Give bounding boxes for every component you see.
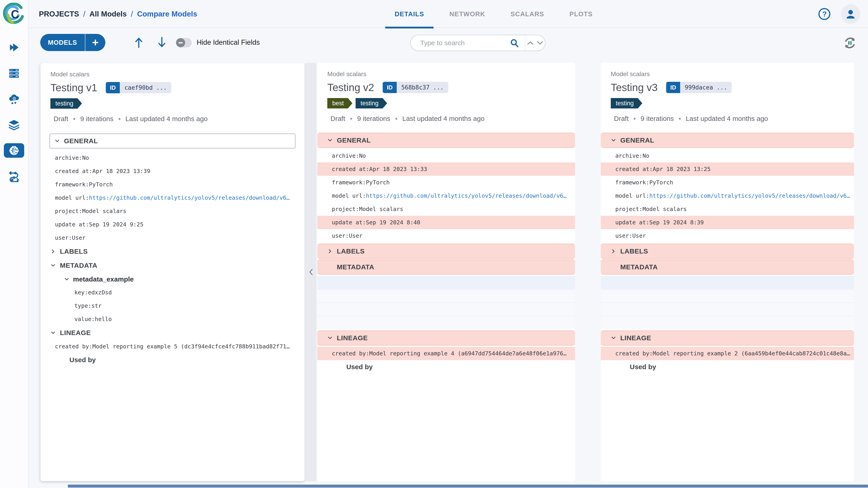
model-id-badge[interactable]: ID568b8c37 ...	[383, 82, 448, 93]
column-title-row: Testing v2ID568b8c37 ...	[327, 81, 575, 94]
field-row-type: type : str	[40, 299, 305, 313]
search-input[interactable]	[411, 35, 507, 51]
metadata-placeholder-row	[601, 302, 854, 316]
section-header-labels[interactable]: LABELS	[601, 244, 854, 258]
field-value: Model reporting example 5 (dc3f94e4cfce4…	[92, 343, 290, 350]
section-header-metadata[interactable]: METADATA	[601, 260, 854, 274]
cloud-gear-icon: ⚙	[8, 93, 20, 105]
field-row-created-by: created by : Model reporting example 4 (…	[317, 347, 575, 360]
model-column-testing-v1: Model scalarsTesting v1IDcaef90bd ...tes…	[40, 63, 305, 481]
field-value: str	[91, 302, 101, 309]
field-key: update at	[332, 219, 362, 226]
view-tabs: DETAILS NETWORK SCALARS PLOTS	[388, 0, 612, 28]
breadcrumb-separator: /	[131, 9, 133, 19]
section-header-general[interactable]: GENERAL	[50, 133, 296, 149]
sidebar-item-models[interactable]	[4, 143, 24, 158]
tag-testing: testing	[611, 98, 643, 108]
field-row-key: key : edxzDsd	[40, 286, 305, 299]
status-separator-dot	[633, 118, 636, 120]
column-project-label: Model scalars	[327, 70, 575, 78]
sidebar-item-servers[interactable]	[4, 66, 24, 80]
move-down-button[interactable]	[155, 36, 168, 49]
comet-logo[interactable]: C	[3, 3, 25, 25]
search-icon[interactable]	[510, 38, 519, 48]
id-badge-value: caef90bd ...	[120, 82, 171, 93]
section-header-labels[interactable]: LABELS	[40, 245, 305, 258]
user-avatar[interactable]	[841, 4, 860, 24]
chevron-down-icon	[537, 41, 544, 45]
field-value-link[interactable]: https://github.com/ultralytics/yolov5/re…	[366, 193, 567, 199]
field-row-user: user : User	[317, 229, 575, 242]
section-header-general[interactable]: GENERAL	[317, 133, 575, 147]
auto-refresh-pause-button[interactable]	[843, 36, 857, 50]
id-badge-label: ID	[383, 82, 397, 93]
field-value: Model scalars	[643, 206, 687, 213]
model-id-badge[interactable]: IDcaef90bd ...	[106, 82, 171, 93]
column-title-row: Testing v3ID999dacea ...	[611, 81, 854, 94]
field-row-created-by: created by : Model reporting example 2 (…	[601, 347, 854, 360]
id-badge-value: 568b8c37 ...	[397, 82, 448, 93]
field-key: archive	[615, 153, 639, 159]
model-tags: testing	[611, 98, 854, 108]
section-header-metadata[interactable]: METADATA	[40, 258, 305, 272]
field-row-project: project : Model scalars	[317, 202, 575, 216]
status-text: 9 iterations	[641, 115, 674, 123]
field-row-archive: archive : No	[601, 149, 854, 162]
search-prev-button[interactable]	[525, 35, 535, 51]
field-key: project	[332, 206, 355, 213]
section-header-lineage[interactable]: LINEAGE	[601, 331, 854, 345]
model-column-testing-v3: Model scalarsTesting v3ID999dacea ...tes…	[601, 63, 854, 481]
search-next-button[interactable]	[535, 35, 545, 51]
models-button-label: MODELS	[40, 39, 85, 46]
metadata-group-header[interactable]: metadata_example	[40, 272, 305, 286]
field-value: PyTorch	[649, 179, 673, 186]
horizontal-scrollbar[interactable]	[68, 485, 868, 488]
field-key: type	[74, 302, 88, 309]
field-value-link[interactable]: https://github.com/ultralytics/yolov5/re…	[649, 193, 850, 199]
move-up-button[interactable]	[132, 36, 146, 49]
field-row-update-at: update at : Sep 19 2024 8:40	[317, 216, 575, 229]
field-key: user	[332, 232, 345, 239]
field-value-link[interactable]: https://github.com/ultralytics/yolov5/re…	[89, 195, 290, 201]
field-key: created by	[615, 350, 649, 357]
compare-toolbar: MODELS + Hide Identical Fields	[29, 29, 868, 63]
chevron-down-icon	[611, 138, 616, 143]
models-split-button[interactable]: MODELS +	[40, 34, 105, 51]
tab-network[interactable]: NETWORK	[443, 0, 491, 28]
status-separator-dot	[395, 118, 397, 120]
sidebar-item-getting-started[interactable]	[4, 40, 24, 55]
add-model-button[interactable]: +	[86, 35, 105, 51]
used-by-label: Used by	[601, 360, 854, 373]
sidebar-item-pipelines[interactable]	[4, 169, 24, 184]
sidebar-item-datasets[interactable]	[4, 118, 24, 132]
metadata-placeholder-row	[317, 289, 575, 302]
section-header-metadata[interactable]: METADATA	[317, 260, 575, 274]
tab-plots[interactable]: PLOTS	[563, 0, 599, 28]
top-bar: PROJECTS / All Models / Compare Models D…	[29, 0, 868, 28]
field-row-update-at: update at : Sep 19 2024 8:39	[601, 216, 854, 229]
help-icon[interactable]: ?	[818, 7, 831, 21]
sidebar-item-cloud-compute[interactable]: ⚙	[4, 92, 24, 106]
breadcrumb-projects[interactable]: PROJECTS	[39, 10, 79, 18]
field-key: model url	[615, 193, 646, 199]
tab-scalars[interactable]: SCALARS	[504, 0, 551, 28]
tab-details[interactable]: DETAILS	[388, 0, 430, 28]
topbar-actions: ?	[818, 0, 860, 28]
section-header-lineage[interactable]: LINEAGE	[40, 326, 305, 340]
section-header-lineage[interactable]: LINEAGE	[317, 331, 575, 345]
field-value: Model reporting example 2 (6aa459b4ef0e4…	[653, 350, 850, 357]
section-header-general[interactable]: GENERAL	[601, 133, 854, 147]
field-row-framework: framework : PyTorch	[317, 176, 575, 189]
breadcrumb-all-models[interactable]: All Models	[90, 10, 127, 18]
section-title: LINEAGE	[337, 334, 368, 342]
chevron-right-icon	[611, 249, 616, 254]
model-sections: GENERALarchive : Nocreated at : Apr 18 2…	[40, 133, 305, 366]
field-key: archive	[332, 153, 355, 159]
search-bar	[410, 35, 546, 51]
field-value: Sep 19 2024 8:40	[366, 219, 421, 226]
hide-identical-toggle[interactable]	[176, 38, 192, 47]
section-header-labels[interactable]: LABELS	[317, 244, 575, 258]
field-value: Apr 18 2023 13:25	[653, 166, 711, 172]
collapse-column-handle[interactable]	[306, 63, 316, 481]
model-id-badge[interactable]: ID999dacea ...	[666, 82, 732, 93]
